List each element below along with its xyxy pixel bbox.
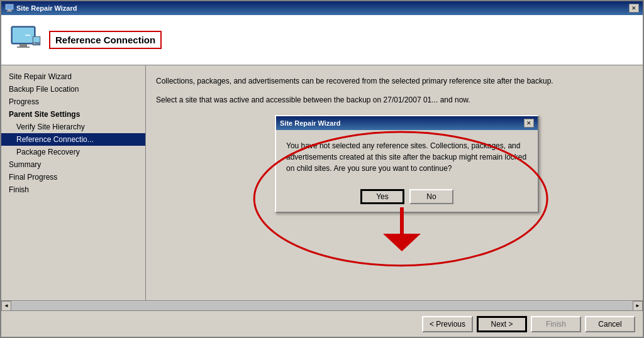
previous-button[interactable]: < Previous: [422, 316, 473, 332]
window-title: Site Repair Wizard: [16, 4, 77, 12]
dialog-close-button[interactable]: ✕: [524, 119, 534, 128]
dialog-yes-button[interactable]: Yes: [360, 189, 404, 204]
sidebar-item-finish[interactable]: Finish: [1, 183, 145, 196]
sidebar-item-progress[interactable]: Progress: [1, 95, 145, 108]
window-icon: [5, 4, 14, 13]
svg-marker-12: [383, 234, 421, 251]
sidebar-item-site-repair-wizard[interactable]: Site Repair Wizard: [1, 70, 145, 83]
scrollbar-area: ◄ ►: [1, 300, 643, 310]
sidebar-item-backup-file-location[interactable]: Backup File Location: [1, 83, 145, 95]
sidebar: Site Repair WizardBackup File LocationPr…: [1, 65, 146, 300]
sidebar-item-verify-site-hierarchy[interactable]: Verify Site Hierarchy: [1, 121, 145, 133]
dialog-content: You have not selected any reference site…: [276, 130, 538, 184]
svg-rect-1: [8, 9, 11, 11]
main-window: Site Repair Wizard ✕ Reference Connectio…: [0, 0, 644, 338]
header-title: Reference Connection: [55, 35, 155, 45]
title-bar-controls: ✕: [629, 4, 639, 13]
sidebar-item-parent-site-settings[interactable]: Parent Site Settings: [1, 108, 145, 121]
footer: < Previous Next > Finish Cancel: [1, 310, 643, 337]
svg-rect-8: [33, 37, 40, 42]
svg-rect-4: [13, 28, 34, 43]
close-button[interactable]: ✕: [629, 4, 639, 13]
svg-rect-6: [17, 46, 30, 48]
cancel-button[interactable]: Cancel: [585, 316, 635, 332]
scroll-right-button[interactable]: ►: [633, 301, 643, 311]
header-area: Reference Connection: [1, 15, 643, 65]
header-title-box: Reference Connection: [49, 31, 162, 49]
content-text-2: Select a site that was active and access…: [156, 94, 633, 106]
sidebar-item-package-recovery[interactable]: Package Recovery: [1, 146, 145, 158]
dialog: Site Repair Wizard ✕ You have not select…: [275, 115, 539, 213]
scrollbar-track[interactable]: [11, 302, 633, 310]
main-content: Collections, packages, and advertisement…: [146, 65, 643, 300]
down-arrow-svg: [383, 207, 421, 251]
down-arrow-annotation: [383, 207, 421, 253]
finish-button: Finish: [531, 316, 581, 332]
title-bar: Site Repair Wizard ✕: [1, 1, 643, 15]
sidebar-item-summary[interactable]: Summary: [1, 158, 145, 171]
dialog-title-bar: Site Repair Wizard ✕: [276, 116, 538, 130]
scroll-left-button[interactable]: ◄: [1, 301, 11, 311]
svg-rect-5: [19, 44, 27, 46]
svg-rect-0: [6, 4, 13, 9]
svg-rect-2: [7, 11, 12, 12]
sidebar-item-reference-connection[interactable]: Reference Connectio...: [1, 133, 145, 146]
content-area: Site Repair WizardBackup File LocationPr…: [1, 65, 643, 300]
sidebar-item-final-progress[interactable]: Final Progress: [1, 171, 145, 183]
next-button[interactable]: Next >: [477, 316, 527, 332]
header-icon: [9, 24, 42, 57]
dialog-title: Site Repair Wizard: [280, 119, 340, 127]
dialog-no-button[interactable]: No: [409, 189, 453, 204]
title-bar-left: Site Repair Wizard: [5, 4, 77, 13]
dialog-message: You have not selected any reference site…: [286, 141, 526, 173]
svg-rect-9: [34, 43, 35, 44]
content-text-1: Collections, packages, and advertisement…: [156, 75, 633, 87]
